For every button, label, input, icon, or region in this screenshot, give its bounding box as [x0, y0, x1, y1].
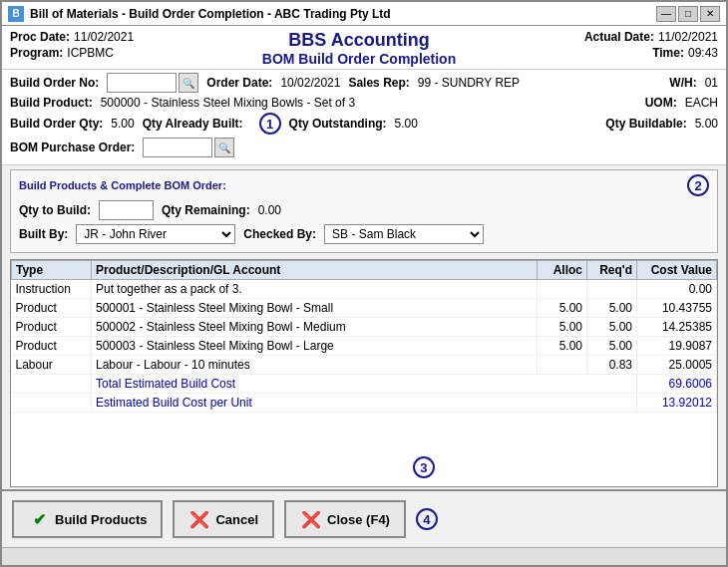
- build-products-icon: ✔: [28, 508, 50, 530]
- total-label[interactable]: Total Estimated Build Cost: [92, 375, 637, 394]
- order-date-value: 10/02/2021: [280, 76, 340, 90]
- table-row: Instruction Put together as a pack of 3.…: [12, 280, 717, 299]
- proc-date-label: Proc Date:: [10, 30, 70, 44]
- bom-po-field: 000137 🔍: [143, 138, 234, 157]
- build-order-no-label: Build Order No:: [10, 76, 99, 90]
- build-order-no-input[interactable]: 000020: [107, 73, 177, 93]
- proc-date-value: 11/02/2021: [74, 30, 134, 44]
- qty-outstanding-label: Qty Outstanding:: [289, 117, 387, 131]
- cancel-label: Cancel: [215, 512, 258, 527]
- table-row: Product 500003 - Stainless Steel Mixing …: [12, 337, 717, 356]
- group-box-title: Build Products & Complete BOM Order:: [19, 179, 226, 191]
- qty-to-build-input[interactable]: 5.00: [99, 200, 154, 220]
- build-products-button[interactable]: ✔ Build Products: [12, 500, 163, 538]
- maximize-button[interactable]: □: [678, 6, 698, 22]
- checked-by-select[interactable]: SB - Sam Black: [324, 224, 484, 244]
- row2-cost: 10.43755: [637, 299, 717, 318]
- row3-alloc: 5.00: [538, 318, 587, 337]
- app-icon: B: [8, 6, 24, 22]
- qty-buildable-value: 5.00: [695, 117, 718, 131]
- total-empty-type: [12, 375, 92, 394]
- header-right: Actual Date: 11/02/2021 Time: 09:43: [584, 30, 718, 60]
- row5-description: Labour - Labour - 10 minutes: [92, 356, 538, 375]
- title-bar: B Bill of Materials - Build Order Comple…: [2, 2, 726, 26]
- row4-reqd: 5.00: [587, 337, 637, 356]
- qty-remaining-value: 0.00: [258, 203, 281, 217]
- badge-1: 1: [259, 113, 281, 135]
- row5-reqd: 0.83: [587, 356, 637, 375]
- col-reqd: Req'd: [587, 261, 637, 280]
- app-subtitle: BOM Build Order Completion: [134, 51, 584, 67]
- col-description: Product/Description/GL Account: [92, 261, 538, 280]
- close-button[interactable]: ❌ Close (F4): [284, 500, 406, 538]
- table-row: Product 500002 - Stainless Steel Mixing …: [12, 318, 717, 337]
- table-row: Labour Labour - Labour - 10 minutes 0.83…: [12, 356, 717, 375]
- order-date-label: Order Date:: [206, 76, 272, 90]
- checked-by-label: Checked By:: [243, 227, 316, 241]
- per-unit-empty-type: [12, 394, 92, 413]
- cancel-icon: ❌: [188, 508, 210, 530]
- qty-remaining-label: Qty Remaining:: [162, 203, 250, 217]
- row2-description: 500001 - Stainless Steel Mixing Bowl - S…: [92, 299, 538, 318]
- badge-3: 3: [413, 456, 435, 478]
- row3-cost: 14.25385: [637, 318, 717, 337]
- total-row: Total Estimated Build Cost 69.6006: [12, 375, 717, 394]
- footer-bar: ✔ Build Products ❌ Cancel ❌ Close (F4) 4: [2, 489, 726, 547]
- built-by-select[interactable]: JR - John River: [76, 224, 235, 244]
- header-center: BBS Accounting BOM Build Order Completio…: [134, 30, 584, 67]
- program-label: Program:: [10, 46, 63, 60]
- row3-description: 500002 - Stainless Steel Mixing Bowl - M…: [92, 318, 538, 337]
- row4-type: Product: [12, 337, 92, 356]
- sales-rep-label: Sales Rep:: [348, 76, 409, 90]
- badge-4: 4: [416, 508, 438, 530]
- per-unit-label[interactable]: Estimated Build Cost per Unit: [92, 394, 637, 413]
- sales-rep-value: 99 - SUNDRY REP: [418, 76, 520, 90]
- table-row: Product 500001 - Stainless Steel Mixing …: [12, 299, 717, 318]
- build-product-value: 500000 - Stainless Steel Mixing Bowls - …: [101, 96, 355, 110]
- col-cost-value: Cost Value: [637, 261, 717, 280]
- build-product-label: Build Product:: [10, 96, 93, 110]
- wh-label: W/H:: [669, 76, 696, 90]
- row2-reqd: 5.00: [587, 299, 637, 318]
- row5-alloc: [538, 356, 587, 375]
- minimize-button[interactable]: —: [656, 6, 676, 22]
- actual-date-value: 11/02/2021: [658, 30, 718, 44]
- status-bar: [2, 547, 726, 565]
- actual-date-label: Actual Date:: [584, 30, 654, 44]
- row1-description: Put together as a pack of 3.: [92, 280, 538, 299]
- per-unit-value: 13.92012: [637, 394, 717, 413]
- main-window: B Bill of Materials - Build Order Comple…: [0, 0, 728, 567]
- bom-po-input[interactable]: 000137: [143, 138, 212, 157]
- bom-table: Type Product/Description/GL Account Allo…: [11, 260, 717, 413]
- title-bar-left: B Bill of Materials - Build Order Comple…: [8, 6, 391, 22]
- qty-buildable-label: Qty Buildable:: [605, 117, 686, 131]
- title-bar-controls: — □ ✕: [656, 6, 720, 22]
- build-order-qty-value: 5.00: [111, 117, 134, 131]
- bom-po-search-button[interactable]: 🔍: [214, 138, 234, 157]
- col-type: Type: [12, 261, 92, 280]
- time-label: Time:: [652, 46, 684, 60]
- build-order-no-field: 000020 🔍: [107, 73, 198, 93]
- window-title: Bill of Materials - Build Order Completi…: [30, 7, 391, 21]
- uom-label: UOM:: [645, 96, 677, 110]
- row4-alloc: 5.00: [538, 337, 587, 356]
- row1-reqd: [587, 280, 637, 299]
- time-value: 09:43: [688, 46, 718, 60]
- build-order-search-button[interactable]: 🔍: [179, 73, 198, 93]
- row2-type: Product: [12, 299, 92, 318]
- row3-reqd: 5.00: [587, 318, 637, 337]
- row2-alloc: 5.00: [538, 299, 587, 318]
- build-order-qty-label: Build Order Qty:: [10, 117, 103, 131]
- uom-value: EACH: [685, 96, 718, 110]
- bom-po-label: BOM Purchase Order:: [10, 141, 135, 154]
- app-title: BBS Accounting: [134, 30, 584, 51]
- cancel-button[interactable]: ❌ Cancel: [173, 500, 274, 538]
- close-button[interactable]: ✕: [700, 6, 720, 22]
- row1-cost: 0.00: [637, 280, 717, 299]
- badge-2: 2: [687, 174, 709, 196]
- row1-alloc: [538, 280, 587, 299]
- row1-type: Instruction: [12, 280, 92, 299]
- build-products-label: Build Products: [55, 512, 147, 527]
- close-icon: ❌: [300, 508, 322, 530]
- col-alloc: Alloc: [538, 261, 587, 280]
